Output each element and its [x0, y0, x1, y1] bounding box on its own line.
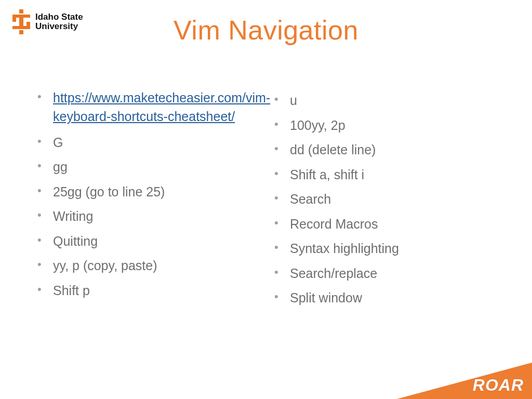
list-item: Search/replace [274, 261, 511, 286]
list-item: Quitting [37, 229, 274, 254]
left-list: https://www.maketecheasier.com/vim-keybo… [37, 88, 274, 303]
left-column: https://www.maketecheasier.com/vim-keybo… [37, 88, 274, 311]
list-item: dd (delete line) [274, 138, 511, 163]
list-item: 100yy, 2p [274, 113, 511, 138]
slide-title: Vim Navigation [0, 15, 532, 46]
list-item: Shift a, shift i [274, 163, 511, 188]
list-item: 25gg (go to line 25) [37, 180, 274, 205]
cheatsheet-link[interactable]: https://www.maketecheasier.com/vim-keybo… [53, 90, 270, 124]
content-columns: https://www.maketecheasier.com/vim-keybo… [37, 88, 511, 311]
right-column: u100yy, 2pdd (delete line)Shift a, shift… [274, 88, 511, 311]
list-item: gg [37, 155, 274, 180]
list-item: Search [274, 187, 511, 212]
list-item: Writing [37, 204, 274, 229]
roar-banner: ROAR [397, 357, 532, 399]
list-item: Record Macros [274, 212, 511, 237]
list-item: u [274, 88, 511, 113]
right-list: u100yy, 2pdd (delete line)Shift a, shift… [274, 88, 511, 311]
list-item: Split window [274, 286, 511, 311]
slide: Idaho State University Vim Navigation ht… [0, 0, 532, 399]
list-item: Syntax highlighting [274, 236, 511, 261]
list-item: yy, p (copy, paste) [37, 254, 274, 278]
roar-text: ROAR [473, 376, 524, 395]
svg-rect-0 [19, 9, 23, 14]
list-item: G [37, 130, 274, 155]
list-item: Shift p [37, 278, 274, 303]
list-item-link: https://www.maketecheasier.com/vim-keybo… [37, 88, 274, 130]
